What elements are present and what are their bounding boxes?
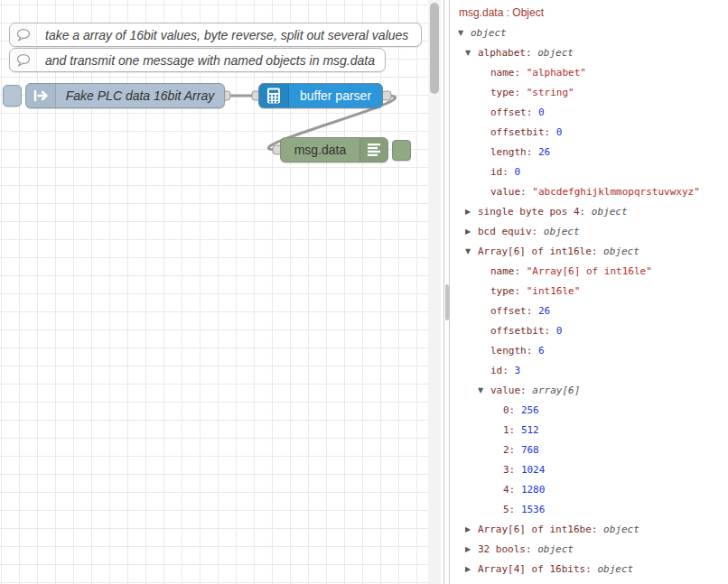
debug-tree-value: "int16le": [527, 285, 581, 297]
debug-tree-row: 3: 1024: [451, 460, 728, 480]
comment-node-1[interactable]: take a array of 16bit values, byte rever…: [9, 23, 422, 47]
debug-tree-row: length: 6: [451, 341, 728, 361]
debug-tree-value: object: [471, 27, 507, 39]
debug-tree-row[interactable]: ▼alphabet: object: [451, 43, 728, 63]
debug-tree-key: 3:: [503, 464, 521, 476]
debug-tree-key: offsetbit:: [490, 126, 556, 138]
debug-tree-row: id: 0: [451, 162, 728, 182]
debug-tree-row[interactable]: ▶bcd equiv: object: [451, 222, 728, 242]
debug-tree-value: 256: [521, 404, 539, 416]
collapse-toggle-icon[interactable]: ▼: [465, 242, 478, 262]
expand-toggle-icon[interactable]: ▶: [465, 540, 478, 560]
debug-node[interactable]: msg.data: [280, 137, 388, 162]
flow-canvas: take a array of 16bit values, byte rever…: [0, 0, 428, 584]
debug-tree-key: offset:: [490, 305, 538, 317]
buffer-output-port[interactable]: [382, 91, 391, 100]
debug-node-label: msg.data: [281, 138, 359, 162]
debug-tree-value: 6: [538, 345, 545, 357]
debug-tree-value: "abcdefghijklmmopqrstuvwxyz": [532, 186, 699, 198]
debug-tree-key: alphabet:: [478, 47, 537, 59]
debug-tree-value: object: [597, 563, 633, 575]
calculator-icon: [259, 84, 289, 107]
debug-tree-value: 0: [556, 126, 563, 138]
debug-tree-key: value:: [490, 385, 532, 396]
debug-tree-row[interactable]: ▶single byte pos 4: object: [451, 202, 728, 222]
expand-toggle-icon[interactable]: ▶: [465, 202, 478, 222]
collapse-toggle-icon[interactable]: ▼: [465, 43, 478, 63]
debug-tree-value: 1280: [521, 484, 546, 496]
debug-tree-value: object: [603, 246, 639, 257]
debug-tree-value: 512: [521, 424, 539, 436]
debug-tree-value: 1536: [521, 504, 546, 515]
expand-toggle-icon[interactable]: ▶: [465, 560, 478, 579]
debug-tree-key: id:: [490, 365, 515, 376]
debug-tree-value: array[6]: [532, 385, 580, 396]
debug-tree-row: id: 3: [451, 361, 728, 381]
debug-tree-value: 1024: [521, 464, 546, 476]
debug-tree-row[interactable]: ▶Array[4] of 16bits: object: [451, 560, 728, 579]
debug-tree-key: name:: [490, 265, 527, 277]
debug-tree-key: 0:: [503, 404, 521, 416]
debug-tree-row[interactable]: ▼object: [451, 23, 728, 43]
debug-tree-key: id:: [490, 166, 515, 178]
debug-tree-value: 26: [538, 305, 550, 317]
debug-tree-key: 1:: [503, 424, 521, 436]
debug-tree-key: bcd equiv:: [478, 226, 544, 237]
comment-bubble-icon: [10, 49, 37, 71]
debug-tree-row: offsetbit: 0: [451, 321, 728, 341]
debug-tree-key: type:: [490, 285, 527, 297]
collapse-toggle-icon[interactable]: ▼: [478, 381, 490, 401]
debug-tree-row: 5: 1536: [451, 500, 728, 520]
buffer-parser-node-label: buffer parser: [289, 84, 382, 107]
debug-tree-row[interactable]: ▶32 bools: object: [451, 540, 728, 560]
debug-tree-key: 2:: [503, 444, 521, 456]
debug-toggle-button[interactable]: [392, 140, 411, 161]
canvas-scrollbar-thumb[interactable]: [430, 3, 439, 94]
comment-node-2[interactable]: and transmit one message with named obje…: [9, 48, 386, 72]
buffer-parser-node[interactable]: buffer parser: [258, 83, 383, 108]
collapse-toggle-icon[interactable]: ▼: [458, 23, 471, 43]
expand-toggle-icon[interactable]: ▶: [465, 222, 478, 242]
splitter-line: [443, 0, 444, 584]
sidebar-splitter[interactable]: [441, 0, 451, 584]
inject-arrow-icon: [26, 84, 56, 107]
debug-list-icon: [359, 138, 387, 162]
debug-tree-row: name: "alphabet": [451, 63, 728, 83]
debug-tree-value: object: [544, 226, 580, 237]
debug-tree-key: Array[4] of 16bits:: [478, 563, 597, 575]
debug-tree-row: offset: 0: [451, 103, 728, 123]
debug-tree-key: single byte pos 4:: [478, 206, 592, 218]
debug-tree-row: offsetbit: 0: [451, 123, 728, 143]
debug-tree-row: length: 26: [451, 143, 728, 162]
debug-tree-row: 0: 256: [451, 401, 728, 421]
splitter-drag-handle[interactable]: [445, 284, 449, 320]
debug-tree-value: 3: [515, 365, 521, 376]
debug-tree-value: "alphabet": [527, 67, 586, 79]
debug-tree-value: "Array[6] of int16le": [527, 265, 652, 277]
inject-trigger-button[interactable]: [3, 85, 22, 107]
node-red-window: take a array of 16bit values, byte rever…: [0, 0, 728, 584]
comment-label: and transmit one message with named obje…: [37, 53, 375, 68]
debug-tree-key: 5:: [503, 504, 521, 515]
debug-tree-value: object: [537, 543, 574, 555]
debug-tree-row: 4: 1280: [451, 480, 728, 500]
debug-tree-row[interactable]: ▶Array[6] of int16be: object: [451, 520, 728, 540]
inject-node[interactable]: Fake PLC data 16bit Array: [25, 83, 225, 108]
debug-sidebar: msg.data : Object ▼object▼alphabet: obje…: [451, 0, 728, 584]
debug-tree-key: length:: [490, 345, 538, 357]
debug-tree-key: offsetbit:: [490, 325, 556, 337]
debug-tree-value: object: [592, 206, 628, 218]
expand-toggle-icon[interactable]: ▶: [465, 520, 478, 540]
debug-tree-row[interactable]: ▼Array[6] of int16le: object: [451, 242, 728, 262]
debug-tree-key: name:: [490, 67, 527, 79]
debug-tree-value: 26: [538, 146, 550, 158]
debug-tree-key: type:: [490, 87, 527, 98]
debug-tree-key: 32 bools:: [478, 543, 537, 555]
debug-tree-row: name: "Array[6] of int16le": [451, 262, 728, 282]
canvas-scrollbar[interactable]: [428, 0, 441, 584]
debug-tree-row: type: "int16le": [451, 282, 728, 301]
debug-tree-key: value:: [490, 186, 532, 198]
debug-tree-row[interactable]: ▼value: array[6]: [451, 381, 728, 401]
debug-tree-value: 0: [556, 325, 563, 337]
debug-tree-value: "string": [527, 87, 574, 98]
